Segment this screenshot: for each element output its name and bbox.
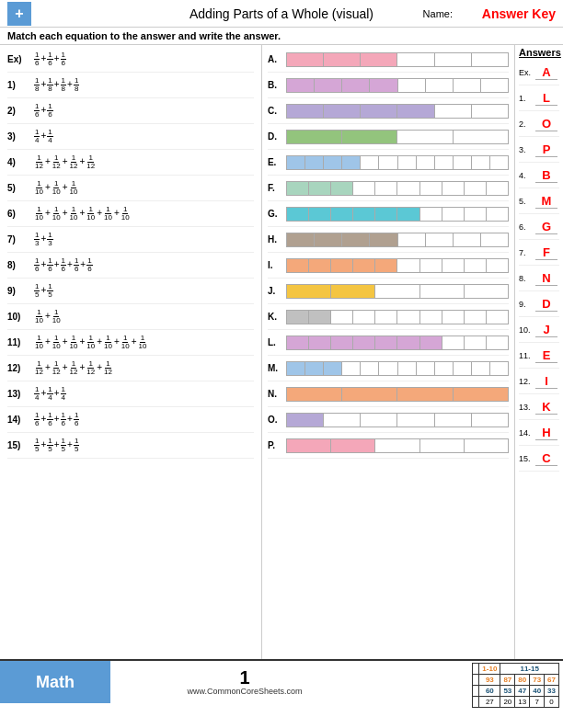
instructions: Match each equation to the answer and wr… bbox=[0, 28, 563, 45]
bar-label: D. bbox=[268, 131, 286, 142]
bar-cell bbox=[454, 233, 481, 246]
answer-line: G bbox=[535, 220, 557, 234]
equation-label: Ex) bbox=[7, 54, 33, 64]
bar-cell bbox=[417, 362, 435, 375]
answer-number: 5. bbox=[519, 197, 534, 206]
bar-cell bbox=[420, 259, 442, 272]
bar-cell bbox=[472, 53, 508, 66]
bar-cell bbox=[309, 336, 331, 349]
equation-formula: 16+16+16+16 bbox=[33, 412, 80, 427]
answer-letter: B bbox=[542, 168, 550, 182]
equation-formula: 16+16+16+16+16 bbox=[33, 257, 94, 273]
bar-cell bbox=[487, 336, 508, 349]
bar-cell bbox=[472, 414, 508, 427]
bar-row: M. bbox=[268, 356, 509, 381]
answer-row: 12.I bbox=[519, 369, 559, 394]
bar-cell bbox=[442, 182, 465, 195]
answer-row: Ex.A bbox=[519, 60, 559, 85]
bar-cell bbox=[370, 79, 397, 92]
bar-cell bbox=[487, 208, 508, 221]
equation-row: 6)110+110+110+110+110+110 bbox=[7, 201, 254, 227]
bar-cell bbox=[331, 285, 375, 298]
answer-row: 15.C bbox=[519, 446, 559, 472]
bar-cell bbox=[353, 311, 375, 324]
equation-row: 4)112+112+112+112 bbox=[7, 150, 254, 176]
equation-formula: 14+14 bbox=[33, 129, 54, 144]
subject-label: Math bbox=[0, 661, 110, 703]
bar-cell bbox=[465, 285, 508, 298]
bar-cell bbox=[397, 182, 419, 195]
bar-cell bbox=[420, 439, 465, 452]
bar-cell bbox=[426, 233, 454, 246]
bar-cell bbox=[375, 208, 397, 221]
answer-line: A bbox=[535, 65, 557, 80]
equation-label: 1) bbox=[7, 80, 33, 90]
header: + Adding Parts of a Whole (visual) Name:… bbox=[0, 0, 563, 28]
bar-label: O. bbox=[268, 415, 286, 425]
bar-cell bbox=[472, 362, 490, 375]
bar-cell bbox=[342, 79, 370, 92]
answer-row: 9.D bbox=[519, 291, 559, 317]
bar-cell bbox=[487, 259, 508, 272]
equation-label: 10) bbox=[7, 312, 33, 322]
equation-formula: 112+112+112+112 bbox=[33, 154, 97, 170]
bar-cell bbox=[472, 156, 490, 169]
bar-cell bbox=[287, 156, 305, 169]
bar-cell bbox=[472, 105, 508, 118]
bar-cell bbox=[287, 285, 331, 298]
answer-letter: P bbox=[543, 142, 551, 156]
answer-row: 10.J bbox=[519, 317, 559, 343]
bar-cell bbox=[490, 156, 508, 169]
equation-formula: 16+16 bbox=[33, 103, 54, 119]
bar-cell bbox=[309, 182, 331, 195]
bar-cell bbox=[420, 336, 442, 349]
answer-number: 2. bbox=[519, 119, 534, 129]
bar-cell bbox=[379, 362, 397, 375]
bar-cell bbox=[442, 336, 465, 349]
bar-cell bbox=[398, 156, 417, 169]
bar-row: L. bbox=[268, 330, 509, 356]
bar-label: J. bbox=[268, 286, 286, 296]
equation-formula: 15+15 bbox=[33, 283, 54, 299]
bar-row: F. bbox=[268, 176, 509, 201]
bar-row: K. bbox=[268, 304, 509, 330]
bar-cell bbox=[287, 233, 315, 246]
equation-formula: 110+110 bbox=[33, 309, 63, 324]
answer-letter: E bbox=[543, 348, 551, 362]
bar-cell bbox=[287, 79, 315, 92]
bar-visual bbox=[286, 155, 509, 170]
equation-label: 14) bbox=[7, 415, 33, 425]
equation-label: 12) bbox=[7, 363, 33, 373]
bar-label: C. bbox=[268, 106, 286, 116]
bar-visual bbox=[286, 361, 509, 376]
bar-cell bbox=[361, 53, 397, 66]
answer-line: I bbox=[535, 374, 557, 389]
page-number: 1 bbox=[239, 668, 249, 687]
equation-label: 7) bbox=[7, 234, 33, 245]
bar-cell bbox=[324, 53, 361, 66]
bar-cell bbox=[287, 259, 309, 272]
bar-cell bbox=[287, 208, 309, 221]
equation-formula: 18+18+18+18 bbox=[33, 77, 80, 93]
bar-cell bbox=[397, 208, 419, 221]
answer-number: 4. bbox=[519, 171, 534, 180]
answer-number: 15. bbox=[519, 454, 534, 463]
bar-cell bbox=[287, 105, 324, 118]
answer-letter: F bbox=[543, 245, 550, 259]
bar-visual bbox=[286, 336, 509, 350]
bar-label: F. bbox=[268, 183, 286, 193]
bar-cell bbox=[324, 362, 342, 375]
bar-visual bbox=[286, 52, 509, 67]
bar-cell bbox=[342, 131, 397, 143]
bar-cell bbox=[420, 208, 442, 221]
bar-label: P. bbox=[268, 440, 286, 450]
bar-row: I. bbox=[268, 253, 509, 279]
bar-cell bbox=[331, 182, 353, 195]
equation-row: 11)110+110+110+110+110+110+110 bbox=[7, 330, 254, 356]
bar-visual bbox=[286, 438, 509, 453]
bar-cell bbox=[315, 233, 342, 246]
bar-cell bbox=[305, 156, 324, 169]
bar-label: I. bbox=[268, 260, 286, 270]
bar-cell bbox=[309, 259, 331, 272]
bar-cell bbox=[361, 362, 379, 375]
